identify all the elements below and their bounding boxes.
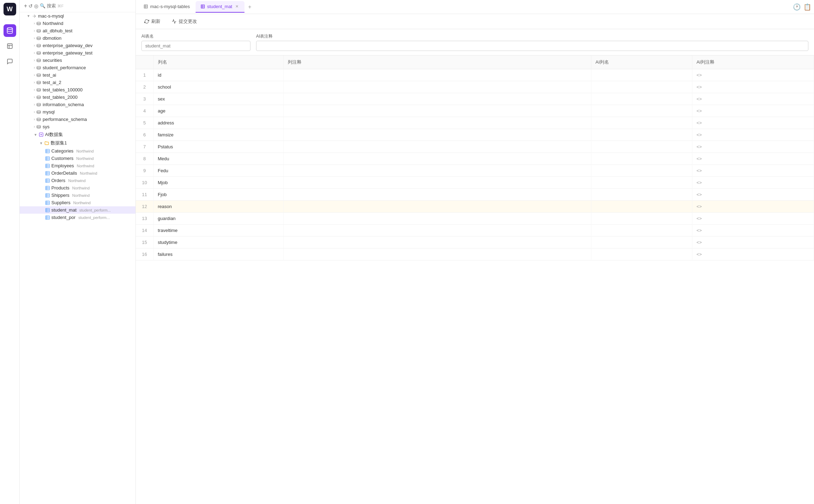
table-row: 5 address <> (136, 117, 814, 129)
db-northwind[interactable]: › Northwind (20, 20, 135, 27)
db-enterprise_gateway_dev[interactable]: › enterprise_gateway_dev (20, 42, 135, 49)
db-test_ai_2[interactable]: › test_ai_2 (20, 79, 135, 86)
table-name: student_por (51, 215, 76, 220)
w-icon[interactable]: W (4, 3, 16, 15)
locate-btn[interactable]: ◎ (34, 3, 38, 9)
table-products[interactable]: Products Northwind (20, 184, 135, 192)
svg-rect-26 (46, 208, 50, 212)
tree-root[interactable]: ▼ mac-s-mysql (20, 12, 135, 20)
db-test_ai[interactable]: › test_ai (20, 71, 135, 79)
db-name: test_ai_2 (43, 80, 61, 85)
db-dbmotion[interactable]: › dbmotion (20, 34, 135, 42)
db-mysql[interactable]: › mysql (20, 108, 135, 116)
ai-col-name-cell (591, 117, 692, 129)
db-test_tables_100000[interactable]: › test_tables_100000 (20, 86, 135, 93)
database-icon[interactable] (4, 24, 16, 37)
db-ali_dbhub_test[interactable]: › ali_dbhub_test (20, 27, 135, 34)
db-sys[interactable]: › sys (20, 123, 135, 130)
row-index: 7 (136, 141, 153, 153)
chart-icon[interactable] (4, 40, 16, 52)
svg-rect-1 (7, 44, 12, 49)
db-performance_schema[interactable]: › performance_schema (20, 116, 135, 123)
search-btn[interactable]: 🔍 搜索 (40, 3, 56, 9)
col-comment-cell[interactable] (283, 153, 591, 165)
tree-scroll: ▼ mac-s-mysql › Northwind › ali_dbhub_te… (20, 12, 135, 504)
col-comment-cell[interactable] (283, 225, 591, 237)
dataset-1[interactable]: ▼ 数据集1 (20, 139, 135, 147)
db-securities[interactable]: › securities (20, 57, 135, 64)
table-orderdetails[interactable]: OrderDetails Northwind (20, 169, 135, 177)
table-employees[interactable]: Employees Northwind (20, 162, 135, 169)
history-icon[interactable]: 🕐 (793, 3, 801, 11)
table-row: 3 sex <> (136, 93, 814, 105)
table-shippers[interactable]: Shippers Northwind (20, 192, 135, 199)
table-student-mat[interactable]: student_mat student_perform... (20, 206, 135, 214)
svg-point-8 (37, 66, 41, 67)
ai-col-name-cell (591, 105, 692, 117)
db-information_schema[interactable]: › information_schema (20, 101, 135, 108)
db-student_performance[interactable]: › student_performance (20, 64, 135, 71)
bookmark-icon[interactable]: 📋 (803, 3, 811, 11)
form-area: AI表名 AI表注释 (136, 29, 814, 56)
table-name: Products (51, 185, 69, 190)
add-connection-btn[interactable]: + (24, 3, 27, 9)
refresh-btn[interactable]: ↺ (28, 3, 33, 9)
connection-icon (32, 14, 37, 19)
tab-mac-s-mysql-tables[interactable]: mac-s-mysql-tables (139, 1, 195, 13)
table-student-por[interactable]: student_por student_perform... (20, 214, 135, 221)
tab-student-mat[interactable]: student_mat ✕ (196, 1, 245, 13)
table-categories[interactable]: Categories Northwind (20, 147, 135, 155)
table-tag: Northwind (68, 179, 86, 183)
table-icon (45, 193, 50, 198)
table-customers[interactable]: Customers Northwind (20, 155, 135, 162)
toolbar: 刷新 提交更改 (136, 14, 814, 29)
col-comment-cell[interactable] (283, 105, 591, 117)
table-suppliers[interactable]: Suppliers Northwind (20, 199, 135, 206)
col-comment-cell[interactable] (283, 201, 591, 213)
svg-point-7 (37, 59, 41, 60)
table-name: Employees (51, 163, 74, 168)
table-row: 16 failures <> (136, 248, 814, 260)
table-wrapper: 列名 列注释 AI列名 AI列注释 1 id <> 2 school <> 3 … (136, 56, 814, 504)
table-row: 12 reason <> (136, 201, 814, 213)
table-row: 1 id <> (136, 69, 814, 81)
col-comment-cell[interactable] (283, 141, 591, 153)
ai-col-name-cell (591, 237, 692, 248)
col-name-cell: Fedu (153, 165, 283, 177)
col-comment-cell[interactable] (283, 165, 591, 177)
refresh-button[interactable]: 刷新 (141, 17, 163, 26)
ai-dataset-group[interactable]: ▼ AI数据集 (20, 130, 135, 139)
table-name-input[interactable] (141, 41, 250, 51)
col-comment-cell[interactable] (283, 189, 591, 201)
table-orders[interactable]: Orders Northwind (20, 177, 135, 184)
ai-col-comment-cell: <> (692, 93, 814, 105)
db-name: enterprise_gateway_test (43, 50, 93, 56)
chevron-down-icon: ▼ (39, 141, 43, 145)
refresh-icon (144, 19, 149, 24)
tree-search-area: + ↺ ◎ 🔍 搜索 ⌘F (24, 3, 64, 9)
row-index: 6 (136, 129, 153, 141)
db-name: mysql (43, 109, 55, 115)
db-name: information_schema (43, 102, 84, 107)
col-comment-cell[interactable] (283, 213, 591, 225)
row-index: 4 (136, 105, 153, 117)
col-comment-cell[interactable] (283, 177, 591, 189)
chat-icon[interactable] (4, 55, 16, 68)
col-comment-cell[interactable] (283, 81, 591, 93)
db-enterprise_gateway_test[interactable]: › enterprise_gateway_test (20, 49, 135, 57)
col-comment-cell[interactable] (283, 129, 591, 141)
col-comment-cell[interactable] (283, 93, 591, 105)
db-icon (36, 65, 41, 70)
col-name-cell: id (153, 69, 283, 81)
tab-close-btn[interactable]: ✕ (234, 4, 240, 9)
tab-bar: mac-s-mysql-tables student_mat ✕ + 🕐 📋 (136, 0, 814, 14)
ai-col-name-cell (591, 213, 692, 225)
col-comment-cell[interactable] (283, 69, 591, 81)
table-comment-input[interactable] (256, 41, 808, 51)
submit-button[interactable]: 提交更改 (169, 17, 200, 26)
db-test_tables_2000[interactable]: › test_tables_2000 (20, 93, 135, 101)
col-comment-cell[interactable] (283, 237, 591, 248)
col-comment-cell[interactable] (283, 248, 591, 260)
col-comment-cell[interactable] (283, 117, 591, 129)
tab-add-btn[interactable]: + (245, 2, 254, 12)
